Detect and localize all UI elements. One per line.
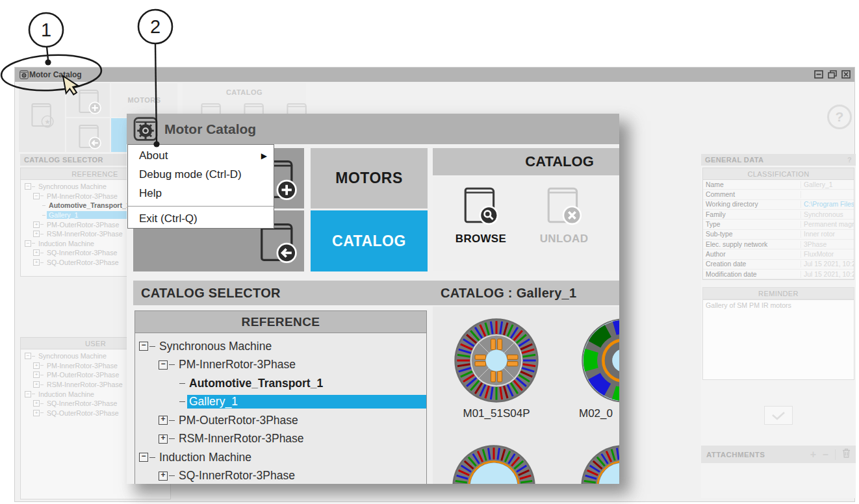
classification-table: Name Gallery_1 Comment Working directory… [703,180,854,279]
background-titlebar[interactable]: Motor Catalog [15,68,854,82]
motor-name-label: M02_0 [579,407,619,420]
menu-item[interactable]: Help [128,184,274,203]
popup-window: Motor Catalog MOTORS CATALOG CATALOG BRO… [127,114,619,484]
add-catalog-button-faded[interactable] [66,83,110,117]
app-menu: About▶Debug mode (Ctrl-D)HelpExit (Ctrl-… [127,144,274,229]
tree-expand-icon[interactable]: + [33,259,40,266]
tree-connector [42,205,45,206]
motor-thumbnail[interactable] [581,318,619,403]
motor-thumbnail[interactable] [580,444,619,484]
submenu-arrow-icon: ▶ [261,151,267,160]
tree-item[interactable]: −Synchronous Machine [137,337,426,356]
classification-value[interactable]: Gallery_1 [801,181,854,188]
classification-row: Author FluxMotor [703,249,854,259]
classification-value[interactable]: Inner rotor [801,231,854,238]
book-back-icon [77,123,102,153]
tree-expand-icon[interactable]: − [25,391,31,397]
menu-item[interactable]: Debug mode (Ctrl-D) [128,165,274,184]
tree-item[interactable]: −Induction Machine [137,448,426,467]
reminder-textarea[interactable]: Gallery of SM PM IR motors [702,299,854,380]
apply-check-button[interactable] [764,406,793,425]
tree-expand-icon[interactable]: + [159,435,168,444]
unload-button[interactable]: UNLOAD [532,184,596,246]
general-data-header: GENERAL DATA ? [701,154,856,166]
catalog-tab-button[interactable]: CATALOG [311,210,428,271]
tree-expand-icon[interactable]: + [33,362,40,369]
classification-value[interactable]: FluxMotor [801,251,854,258]
tree-connector [179,383,185,384]
classification-value[interactable]: 3Phase [801,241,854,248]
bg-motors-button[interactable]: MOTORS [111,83,177,117]
tree-connector [40,253,44,253]
browse-button[interactable]: BROWSE [448,184,513,246]
tree-item[interactable]: Gallery_1 [137,393,426,412]
callout-2-circle [138,10,172,44]
tree-item[interactable]: +RSM-InnerRotor-3Phase [137,430,426,449]
callout-1-number: 1 [41,19,51,40]
new-catalog-button-faded[interactable]: ★ [19,83,65,152]
tree-connector [40,234,44,234]
attachment-add-icon[interactable]: + [810,449,816,460]
tree-expand-icon[interactable]: − [25,353,31,359]
close-button[interactable] [841,69,851,79]
tree-item[interactable]: +PM-OuterRotor-3Phase [137,411,426,430]
classification-value[interactable]: Permanent magnet [801,221,854,228]
menu-item[interactable]: About▶ [128,146,274,165]
popup-titlebar[interactable]: Motor Catalog [127,114,619,144]
tree-item[interactable]: +SQ-InnerRotor-3Phase [137,467,426,485]
tree-expand-icon[interactable]: − [25,240,31,247]
tree-expand-icon[interactable]: + [33,372,40,378]
book-unload-icon [545,184,583,229]
general-data-help-icon[interactable]: ? [847,156,852,164]
tree-connector [149,457,155,458]
classification-value[interactable]: Jul 15 2021, 10:27 [801,260,854,268]
minimize-button[interactable] [814,69,823,79]
motors-tab-button[interactable]: MOTORS [311,148,428,208]
tree-expand-icon[interactable]: + [33,400,40,407]
tree-connector [40,412,44,413]
tree-connector [40,262,44,263]
tree-expand-icon[interactable]: − [139,342,148,351]
tree-expand-icon[interactable]: − [25,183,31,190]
tree-expand-icon[interactable]: − [139,453,148,462]
import-catalog-button-faded[interactable] [66,118,110,152]
tree-expand-icon[interactable]: − [159,360,168,370]
classification-value[interactable]: Jul 15 2021, 10:27 [801,271,854,278]
restore-button[interactable] [827,69,837,79]
app-gear-icon [133,116,158,144]
tree-item-label: SQ-InnerRotor-3Phase [177,469,426,483]
book-star-icon: ★ [30,101,55,131]
popup-window-title: Motor Catalog [164,121,256,137]
attachments-bar: ATTACHMENTS + – [701,446,856,463]
classification-value[interactable]: C:\Program Files\Altair... [801,201,854,208]
classification-label: Working directory [703,201,801,208]
tree-item-label: PM-OuterRotor-3Phase [177,414,426,427]
menu-item[interactable]: Exit (Ctrl-Q) [128,209,274,228]
tree-connector [149,346,155,347]
attachment-remove-icon[interactable]: – [823,449,828,460]
tree-connector [169,438,175,439]
tree-expand-icon[interactable]: + [33,410,40,416]
motor-thumbnail[interactable] [452,444,536,484]
help-button[interactable]: ? [827,105,852,129]
tree-expand-icon[interactable]: + [159,472,168,481]
divider [835,449,836,460]
attachment-trash-icon[interactable] [842,448,851,460]
tree-expand-icon[interactable]: + [33,381,40,388]
tree-connector [179,401,185,402]
tree-item-label: PM-InnerRotor-3Phase [177,358,426,372]
tree-expand-icon[interactable]: + [159,416,168,425]
classification-label: Type [703,221,801,228]
classification-value[interactable]: Synchronous [801,211,854,218]
tree-item[interactable]: Automotive_Transport_1 [137,374,426,393]
callout-1-circle [29,13,63,47]
tree-connector [42,215,45,216]
motor-thumbnail[interactable] [454,318,539,403]
tree-expand-icon[interactable]: + [33,249,40,256]
tree-expand-icon[interactable]: − [33,193,40,199]
popup-catalog-view-header: CATALOG : Gallery_1 [433,281,619,305]
tree-item[interactable]: −PM-InnerRotor-3Phase [137,356,426,375]
tree-connector [40,375,44,375]
tree-expand-icon[interactable]: + [33,221,40,228]
tree-expand-icon[interactable]: + [33,231,40,237]
